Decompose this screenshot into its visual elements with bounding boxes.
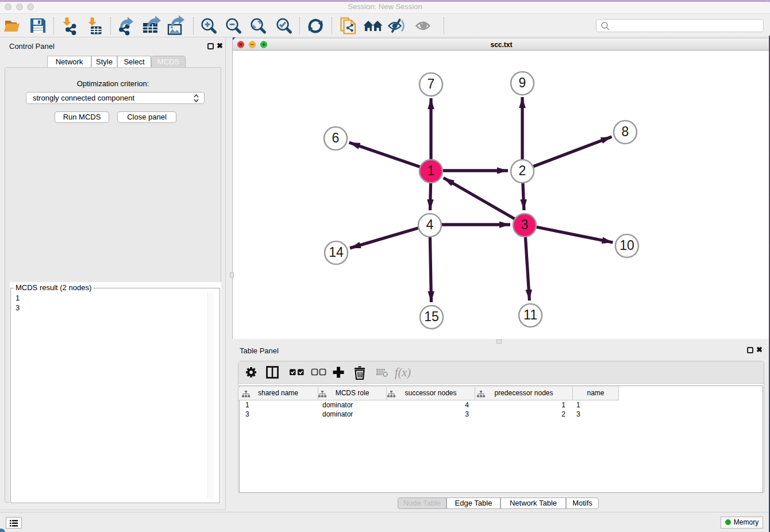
- svg-text:1: 1: [428, 163, 435, 178]
- svg-text:3: 3: [521, 217, 529, 232]
- svg-text:11: 11: [523, 307, 537, 322]
- svg-text:4: 4: [426, 217, 434, 232]
- svg-text:8: 8: [622, 124, 629, 139]
- svg-text:10: 10: [619, 238, 634, 253]
- svg-text:2: 2: [519, 163, 526, 178]
- svg-text:15: 15: [424, 309, 439, 324]
- svg-text:9: 9: [519, 75, 526, 90]
- svg-text:6: 6: [332, 130, 340, 145]
- svg-text:14: 14: [329, 245, 344, 260]
- svg-text:f(x): f(x): [395, 366, 411, 379]
- svg-text:7: 7: [428, 76, 435, 91]
